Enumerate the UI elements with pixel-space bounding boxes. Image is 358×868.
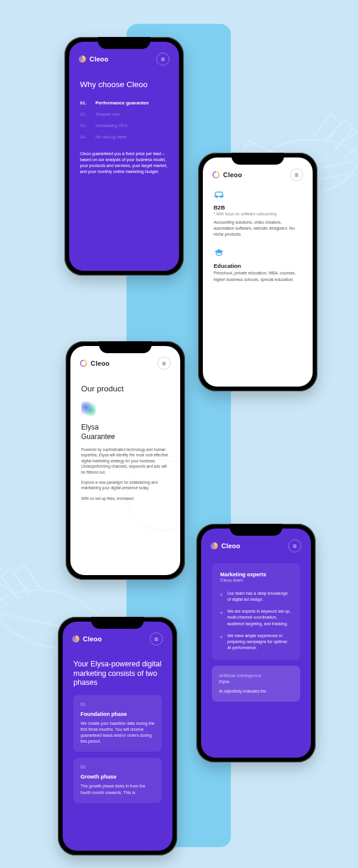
product-body: With no set-up fees, increased bbox=[81, 496, 169, 501]
phone-mockup-phases: Cleoo ≡ Your Elysa-powered digital marke… bbox=[58, 617, 177, 855]
phase-number: 02. bbox=[81, 765, 155, 769]
logo-icon bbox=[79, 55, 86, 63]
product-body: Explore a new paradigm for establishing … bbox=[81, 480, 169, 491]
feature-item[interactable]: 01. Performance guarantee bbox=[80, 97, 168, 109]
feature-description: Cleoo guaranteed you a fixed price per l… bbox=[80, 151, 168, 175]
experts-title: Marketing experts bbox=[220, 572, 292, 577]
vertical-title: Education bbox=[214, 262, 302, 269]
brand[interactable]: Cleoo bbox=[72, 635, 102, 642]
section-heading: Our product bbox=[81, 384, 169, 394]
brand-name: Cleoo bbox=[83, 635, 102, 642]
feature-list: 01. Performance guarantee 02. Shared ris… bbox=[80, 97, 168, 143]
phone-notch bbox=[91, 617, 144, 629]
feature-item[interactable]: 03. Increasing ROI bbox=[80, 120, 168, 131]
logo-icon bbox=[212, 171, 220, 178]
phone-mockup-why-choose: Cleoo ≡ Why choose Cleoo 01. Performance… bbox=[64, 37, 184, 276]
phone-mockup-product: Cleoo ≡ Our product Elysa Guarantee Powe… bbox=[66, 341, 185, 580]
vertical-card-b2b: B2B * With focus on software outsourcing… bbox=[214, 190, 302, 237]
phone-notch bbox=[232, 153, 284, 165]
phone-mockup-verticals: Cleoo ≡ B2B * With focus on software out… bbox=[198, 153, 317, 391]
hamburger-icon: ≡ bbox=[293, 542, 297, 549]
menu-button[interactable]: ≡ bbox=[290, 168, 303, 181]
vertical-body: Accounting solutions, video creators, au… bbox=[214, 220, 302, 237]
phone-notch bbox=[98, 37, 150, 49]
brand[interactable]: Cleoo bbox=[212, 171, 242, 178]
ai-title: Artificial Intelligence bbox=[219, 673, 293, 678]
hamburger-icon: ≡ bbox=[295, 171, 298, 178]
phone-notch bbox=[230, 524, 282, 536]
screen-verticals: Cleoo ≡ B2B * With focus on software out… bbox=[203, 157, 313, 387]
phase-card-foundation: 01. Foundation phase We create your base… bbox=[73, 695, 162, 752]
brand-name: Cleoo bbox=[223, 171, 242, 178]
brand-name: Cleoo bbox=[221, 542, 240, 549]
phone-notch bbox=[99, 341, 152, 353]
brand[interactable]: Cleoo bbox=[79, 55, 109, 63]
menu-button[interactable]: ≡ bbox=[150, 632, 163, 645]
experts-card: Marketing experts Cleoo team Our team ha… bbox=[212, 563, 300, 660]
ai-subtitle: Elysa bbox=[219, 679, 293, 684]
hamburger-icon: ≡ bbox=[161, 55, 165, 63]
phase-body: The growth phase kicks in from the fourt… bbox=[81, 783, 155, 795]
car-icon bbox=[214, 190, 302, 200]
experts-bullet-list: Our team has a deep knowledge of digital… bbox=[220, 588, 292, 654]
experts-bullet: We have ample experience in preparing ca… bbox=[220, 630, 292, 654]
product-logo-icon bbox=[81, 401, 95, 416]
experts-bullet: Our team has a deep knowledge of digital… bbox=[220, 588, 292, 606]
phase-card-growth: 02. Growth phase The growth phase kicks … bbox=[73, 758, 162, 802]
menu-button[interactable]: ≡ bbox=[158, 357, 171, 370]
hamburger-icon: ≡ bbox=[155, 635, 158, 642]
logo-icon bbox=[80, 360, 87, 367]
ai-card: Artificial Intelligence Elysa AI objecti… bbox=[212, 666, 300, 701]
graduation-icon bbox=[214, 248, 302, 259]
product-subtitle: Guarantee bbox=[81, 433, 169, 441]
experts-bullet: We are experts in keyword set-up, multi-… bbox=[220, 606, 292, 629]
brand-name: Cleoo bbox=[91, 360, 110, 367]
section-heading: Your Elysa-powered digital marketing con… bbox=[73, 660, 162, 688]
section-heading: Why choose Cleoo bbox=[80, 80, 168, 90]
menu-button[interactable]: ≡ bbox=[156, 52, 169, 66]
screen-why-choose: Cleoo ≡ Why choose Cleoo 01. Performance… bbox=[69, 42, 179, 271]
experts-subtitle: Cleoo team bbox=[220, 577, 292, 583]
vertical-title: B2B bbox=[214, 204, 302, 211]
phone-mockup-experts: Cleoo ≡ Marketing experts Cleoo team Our… bbox=[196, 524, 316, 762]
screen-phases: Cleoo ≡ Your Elysa-powered digital marke… bbox=[63, 622, 172, 851]
brand-name: Cleoo bbox=[90, 55, 109, 63]
feature-item[interactable]: 04. No set-up fees bbox=[80, 131, 168, 143]
logo-icon bbox=[72, 635, 79, 642]
ai-body: AI objectively evaluates the bbox=[219, 688, 293, 694]
menu-button[interactable]: ≡ bbox=[288, 539, 301, 552]
logo-icon bbox=[211, 542, 218, 549]
vertical-note: * With focus on software outsourcing bbox=[214, 212, 302, 216]
phase-body: We create your baseline data during the … bbox=[81, 721, 155, 745]
product-name: Elysa bbox=[81, 423, 169, 431]
screen-experts: Cleoo ≡ Marketing experts Cleoo team Our… bbox=[201, 529, 311, 758]
product-body: Powered by sophisticated technology and … bbox=[81, 447, 169, 475]
phase-title: Foundation phase bbox=[81, 711, 155, 717]
hamburger-icon: ≡ bbox=[162, 360, 166, 367]
brand[interactable]: Cleoo bbox=[80, 360, 110, 367]
vertical-card-education: Education Preschool, private education, … bbox=[214, 248, 302, 282]
vertical-body: Preschool, private education, MBA, cours… bbox=[214, 270, 302, 282]
phase-title: Growth phase bbox=[81, 774, 155, 780]
feature-item[interactable]: 02. Shared risk bbox=[80, 109, 168, 120]
phase-number: 01. bbox=[81, 702, 155, 706]
brand[interactable]: Cleoo bbox=[211, 542, 240, 549]
screen-product: Cleoo ≡ Our product Elysa Guarantee Powe… bbox=[70, 346, 180, 575]
